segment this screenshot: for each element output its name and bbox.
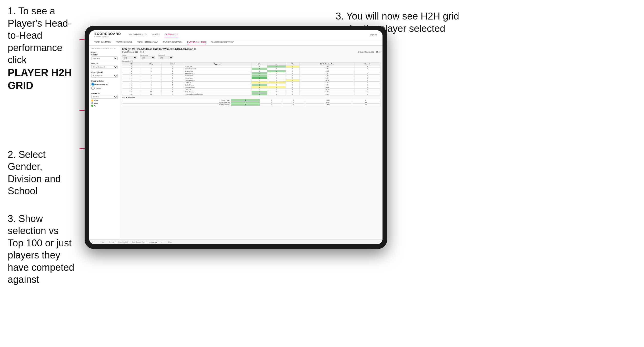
subnav-team-summary[interactable]: TEAM SUMMARY	[94, 39, 111, 45]
subnav-team-h2h-heatmap[interactable]: TEAM H2H HEATMAP	[137, 39, 158, 45]
grid-title: Katelyn Vo Head-to-Head Grid for Women's…	[122, 48, 380, 51]
table-cell: 2	[141, 68, 161, 70]
toolbar-undo[interactable]: ↺	[92, 241, 93, 243]
toolbar: ↺ ← → ⊡ ↔ ↻ ◷ View: Original Save Custom…	[89, 239, 383, 244]
table-row: 1822Euna Lee000-5.002	[122, 89, 380, 91]
nav-committee[interactable]: COMMITTEE	[165, 32, 178, 37]
step2-block: 2. Select Gender, Division and School	[8, 149, 74, 197]
table-row: 1613Jessica Mason120-0.947	[122, 86, 380, 89]
table-cell: 5	[122, 68, 141, 70]
sidebar-colour-section: Colour by Win/loss Down Level	[91, 92, 118, 107]
opponents-played-radio[interactable]	[91, 83, 95, 86]
table-row: 20117Federica Domecq Lacroze2101.336	[122, 93, 380, 95]
division-select[interactable]: NCAA Division III	[91, 65, 118, 69]
table-cell: 3	[355, 72, 380, 75]
table-cell: 0	[286, 91, 299, 93]
opponent-select[interactable]: (All)	[158, 56, 173, 59]
table-cell: 0	[286, 68, 299, 70]
table-cell: 2	[161, 89, 184, 91]
subnav-team-h2h-grid[interactable]: TEAM H2H GRID	[116, 39, 132, 45]
toolbar-refresh[interactable]: ↻	[109, 241, 110, 243]
table-cell: 13	[122, 79, 141, 82]
toolbar-share[interactable]: Share	[168, 241, 172, 243]
table-cell: 2	[252, 82, 267, 84]
table-cell: Sharon Mun	[184, 72, 252, 75]
ood-cell: 0	[282, 104, 304, 106]
ood-cell: 2	[351, 99, 380, 101]
col-rounds: Rounds	[355, 63, 380, 65]
toolbar-forward[interactable]: →	[99, 241, 100, 243]
table-cell: 0	[286, 75, 299, 77]
top100-option[interactable]: Top 100	[91, 86, 118, 90]
toolbar-back[interactable]: ←	[95, 241, 97, 243]
table-cell: 0	[286, 86, 299, 89]
sidebar-opponent-section: Opponent view Opponents Played Top 100	[91, 80, 118, 90]
col-div: # Div	[122, 63, 141, 65]
ood-cell: 0	[282, 101, 304, 104]
region-select[interactable]: (All)	[122, 56, 137, 59]
toolbar-share-icon[interactable]: ↔	[165, 241, 166, 243]
sidebar-division-section: Division NCAA Division III	[91, 63, 118, 69]
toolbar-clock[interactable]: ◷	[113, 241, 114, 243]
subnav-player-summary[interactable]: PLAYER SUMMARY	[163, 39, 182, 45]
table-cell: Emily Chang	[184, 91, 252, 93]
table-cell: 11	[122, 77, 141, 79]
conference-label: Conference	[140, 54, 155, 56]
conference-select[interactable]: (All)	[140, 56, 155, 59]
h2h-table: # Div # Reg # Conf Opponent Win Loss Tie…	[122, 62, 380, 95]
opponents-played-option[interactable]: Opponents Played	[91, 83, 118, 86]
sign-out[interactable]: Sign out	[370, 34, 377, 36]
player-rank-select[interactable]: 8. Katelyn Vo	[91, 74, 118, 78]
toolbar-save-custom[interactable]: Save Custom View	[132, 241, 145, 243]
legend-level-label: Level	[94, 102, 98, 104]
subnav-player-h2h-grid[interactable]: PLAYER H2H GRID	[187, 39, 206, 45]
table-cell: 0	[267, 72, 286, 75]
table-cell: 2	[141, 77, 161, 79]
out-of-division-row: Foreign Team1004.5002	[122, 99, 380, 101]
table-cell: 0	[286, 84, 299, 86]
table-cell: 0	[252, 70, 267, 72]
table-cell: 7	[141, 82, 161, 84]
nav-tournaments[interactable]: TOURNAMENTS	[129, 32, 146, 37]
table-cell: 0	[286, 93, 299, 95]
nav-teams[interactable]: TEAMS	[152, 32, 159, 37]
toolbar-watch[interactable]: 👁 Watch ▾	[149, 241, 157, 243]
table-cell: 3	[141, 70, 161, 72]
toolbar-grid[interactable]: ⊡	[102, 241, 104, 243]
table-cell: 1	[141, 72, 161, 75]
overall-record: Overall Record: 353 - 34 - 6	[122, 51, 144, 53]
colour-select[interactable]: Win/loss	[91, 95, 118, 99]
main-content: Last Updated: 27/03/2024 16:55:38 Player…	[89, 46, 383, 239]
ood-cell: 15	[231, 101, 260, 104]
legend-up-dot	[91, 105, 93, 107]
gender-select[interactable]: Women's	[91, 56, 118, 60]
table-cell: Jessica Mason	[184, 86, 252, 89]
table-cell: Stella Cheng	[184, 84, 252, 86]
legend-up: Up	[91, 105, 118, 107]
legend-level-dot	[91, 102, 93, 104]
table-cell: 1	[141, 65, 161, 68]
sidebar: Last Updated: 27/03/2024 16:55:38 Player…	[89, 46, 120, 239]
toolbar-export[interactable]: ↗	[161, 241, 163, 243]
out-of-division-row: NAIA Division 115009.26730	[122, 101, 380, 104]
table-cell: 0	[252, 89, 267, 91]
top100-radio[interactable]	[91, 86, 95, 90]
logo-text: SCOREBOARD	[94, 32, 121, 36]
toolbar-view-original[interactable]: View: Original	[118, 241, 128, 243]
table-cell: 0	[286, 72, 299, 75]
legend-level: Level	[91, 102, 118, 104]
table-cell: 10	[122, 75, 141, 77]
region-filter: Region (All)	[122, 54, 137, 59]
ood-cell: 0	[260, 101, 282, 104]
tablet-device: SCOREBOARD Powered by clippd TOURNAMENTS…	[85, 26, 387, 249]
table-cell: 0	[286, 70, 299, 72]
ood-cell: 0	[282, 99, 304, 101]
toolbar-swap[interactable]: ↔	[106, 241, 107, 243]
subnav-player-h2h-heatmap[interactable]: PLAYER H2H HEATMAP	[211, 39, 234, 45]
division-record: Division Record: 331 - 34 - 6	[358, 51, 380, 53]
step1-bold: PLAYER H2H GRID	[8, 66, 74, 92]
table-cell: 1.33	[299, 93, 355, 95]
filter-row: Region (All) Conference (All) Opponent	[122, 54, 380, 59]
table-row: 311Esther Lee1011.504	[122, 65, 380, 68]
table-cell: 0	[267, 68, 286, 70]
